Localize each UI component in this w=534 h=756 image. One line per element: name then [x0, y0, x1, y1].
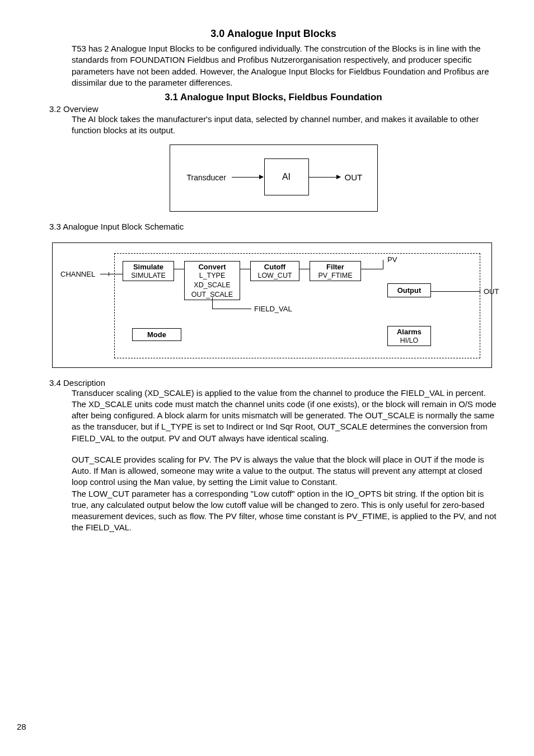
box-header: Convert: [185, 262, 240, 271]
box-param: HI/LO: [388, 336, 430, 346]
fig1-ai-box: AI: [264, 158, 309, 195]
box-param: L_TYPE: [185, 271, 240, 281]
connector-line: [212, 297, 213, 309]
fig2-simulate-box: Simulate SIMULATE: [123, 261, 174, 281]
connector-tick: [109, 272, 109, 276]
connector-line: [299, 269, 310, 269]
figure-ai-overview: Transducer AI OUT: [170, 144, 378, 212]
heading-3-0: 3.0 Analogue Input Blocks: [49, 28, 498, 40]
paragraph-3-0: T53 has 2 Analogue Input Blocks to be co…: [72, 43, 498, 88]
fig2-out-label: OUT: [484, 287, 499, 296]
fig2-cutoff-box: Cutoff LOW_CUT: [250, 261, 299, 281]
connector-line: [361, 269, 383, 269]
connector-line: [240, 269, 250, 269]
fig2-channel-label: CHANNEL: [60, 270, 95, 278]
box-param: PV_FTIME: [310, 271, 360, 281]
connector-line: [383, 260, 383, 269]
box-header: Filter: [310, 262, 360, 271]
paragraph-3-4a: Transducer scaling (XD_SCALE) is applied…: [72, 388, 498, 444]
fig2-convert-box: Convert L_TYPE XD_SCALE OUT_SCALE: [184, 261, 240, 300]
connector-line: [212, 309, 251, 309]
connector-line: [174, 269, 184, 269]
box-param: LOW_CUT: [251, 271, 299, 281]
box-header: Output: [388, 284, 430, 297]
box-header: Cutoff: [251, 262, 299, 271]
box-header: Simulate: [123, 262, 174, 271]
paragraph-3-4c: The LOW_CUT parameter has a correspondin…: [72, 488, 498, 534]
section-label-3-2: 3.2 Overview: [49, 104, 498, 114]
box-header: Mode: [133, 329, 181, 340]
fig1-out-label: OUT: [345, 172, 363, 182]
arrow-icon: [309, 177, 340, 178]
connector-line: [431, 291, 480, 292]
box-param: XD_SCALE: [185, 281, 240, 290]
connector-tick: [480, 289, 480, 294]
figure-ai-schematic: CHANNEL Simulate SIMULATE Convert L_TYPE…: [52, 242, 492, 368]
fig2-pv-label: PV: [387, 255, 397, 264]
page-number: 28: [17, 722, 26, 731]
box-header: Alarms: [388, 326, 430, 336]
paragraph-3-2: The AI block takes the manufacturer's in…: [72, 114, 498, 137]
section-label-3-4: 3.4 Description: [49, 378, 498, 388]
paragraph-3-4b: OUT_SCALE provides scaling for PV. The P…: [72, 454, 498, 488]
fig2-fieldval-label: FIELD_VAL: [254, 305, 292, 313]
fig2-output-box: Output: [387, 283, 431, 297]
arrow-icon: [232, 177, 263, 178]
box-param: SIMULATE: [123, 271, 174, 281]
section-label-3-3: 3.3 Analogue Input Block Schematic: [49, 222, 498, 231]
fig2-filter-box: Filter PV_FTIME: [310, 261, 361, 281]
connector-line: [100, 274, 123, 274]
fig1-transducer-label: Transducer: [187, 173, 226, 182]
fig2-mode-box: Mode: [132, 328, 181, 341]
heading-3-1: 3.1 Analogue Input Blocks, Fieldbus Foun…: [49, 92, 498, 103]
fig2-alarms-box: Alarms HI/LO: [387, 326, 431, 346]
